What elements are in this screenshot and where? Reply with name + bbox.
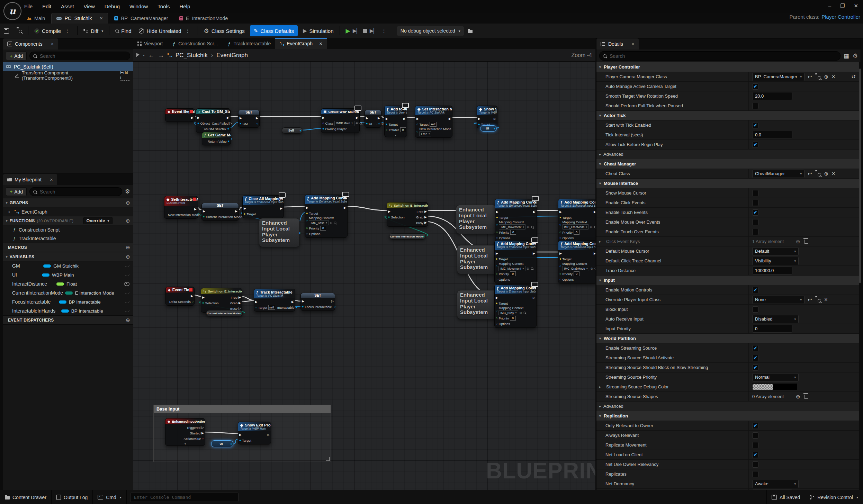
pin-exec[interactable]: ○ [378, 122, 380, 125]
pin-focus-interactable[interactable]: ●Focus Interactable [302, 305, 332, 309]
pin-options[interactable]: ○Options [496, 322, 510, 326]
variable-row-currentinteractionmode[interactable]: CurrentInteractionModeE Interaction Mode [3, 288, 133, 297]
pin-value-box[interactable]: 0 [510, 230, 516, 235]
close-icon[interactable]: ✕ [319, 42, 322, 46]
lens-icon[interactable] [531, 267, 533, 270]
variable-row-interactdistance[interactable]: InteractDistanceFloat [3, 279, 133, 288]
node-switch-interaction-2[interactable]: ⇆Switch on E_InteractionMode▶Free▶●Selec… [201, 288, 242, 313]
browse-icon[interactable] [815, 297, 821, 302]
add-icon[interactable]: ⊕ [824, 171, 829, 176]
override-dropdown[interactable]: Override▾ [83, 217, 113, 224]
eye-open-icon[interactable] [124, 282, 129, 286]
settings-gear-icon[interactable]: ⚙ [853, 52, 858, 60]
details-category-actor-tick[interactable]: ▾Actor Tick [596, 111, 861, 120]
value-textbox[interactable]: 20.0 [752, 92, 792, 100]
pin-options[interactable]: ○Options [559, 278, 574, 281]
breadcrumb-root[interactable]: PC_Stulchik [176, 52, 208, 59]
pin-selection[interactable]: ●Selection [202, 301, 219, 305]
close-icon[interactable]: ✕ [631, 42, 635, 46]
add-icon[interactable]: ⊕ [126, 254, 130, 260]
section-header-variables[interactable]: ▾VARIABLES⊕ [3, 252, 133, 261]
checkbox[interactable] [752, 471, 758, 477]
checkbox[interactable] [752, 219, 758, 225]
pin-mapping-context[interactable]: ○Mapping ContextIMC_Movement▾⊕ [496, 220, 534, 230]
pin-gm[interactable]: ●GM [240, 122, 248, 126]
node-amc-movement-2[interactable]: ƒAdd Mapping ContextTarget is Enhanced I… [494, 240, 537, 284]
components-search-input[interactable] [39, 53, 126, 59]
pin-exec[interactable]: ▷ [267, 433, 270, 436]
asset-pick-icon[interactable]: ⊕ [519, 311, 522, 315]
checkbox[interactable] [752, 442, 758, 448]
pin-exec[interactable]: ▶ [344, 206, 346, 209]
edit-in-cpp-link[interactable]: Edit i [120, 70, 130, 81]
pin-exec[interactable]: ▶ [280, 207, 282, 210]
pin-exec[interactable]: ▶ [496, 296, 498, 299]
class-settings-button[interactable]: ⚙Class Settings [200, 24, 249, 38]
pin-exec[interactable]: ▶ [388, 210, 390, 213]
pin-target[interactable]: ●Target [244, 212, 256, 216]
capsule-ui-capsule-top[interactable]: UI● [480, 125, 497, 132]
pin-exec[interactable]: ▶ [386, 117, 388, 120]
value-dropdown[interactable]: Awake▾ [752, 480, 799, 488]
pin-free[interactable]: Free▶ [231, 296, 241, 299]
expand-icon[interactable]: ▸ [599, 152, 601, 156]
diff-button[interactable]: Diff▾ [80, 24, 107, 38]
node-track-interactable-call[interactable]: ƒTrack InteractableTarget is PC Stulchik… [254, 289, 295, 312]
pin-ui[interactable]: ●UI [366, 122, 372, 126]
menu-window[interactable]: Window [129, 3, 148, 9]
checkbox[interactable]: ✔ [752, 287, 758, 293]
add-icon[interactable]: ⊕ [126, 200, 130, 206]
trash-icon[interactable] [804, 240, 808, 244]
node-header[interactable]: SET [365, 110, 381, 115]
node-event-begin-play[interactable]: ◆Event BeginPlay▶ [165, 108, 195, 122]
pin-priority[interactable]: ○Priority0 [559, 230, 579, 235]
pin-exec[interactable]: ▶ [240, 117, 242, 120]
pin-options[interactable]: ○Options [496, 236, 510, 240]
node-header[interactable]: ƒGet Game Mode [202, 132, 231, 138]
trash-icon[interactable] [804, 395, 808, 399]
pin-cast-failed[interactable]: Cast Failed▷ [212, 122, 232, 125]
node-header[interactable]: SET [202, 203, 239, 208]
reset-to-default-icon[interactable]: ↺ [851, 74, 856, 79]
tab-my-blueprint[interactable]: My Blueprint ✕ [3, 174, 57, 185]
close-button[interactable]: ✕ [854, 3, 858, 9]
pin-value-box[interactable]: self [430, 122, 437, 127]
node-set-ui[interactable]: SET▶▶●UI○ [365, 110, 381, 128]
section-header-functions[interactable]: ▾FUNCTIONS(20 OVERRIDABLE)Override▾⊕ [3, 216, 133, 225]
clear-icon[interactable]: ✕ [831, 74, 835, 79]
eye-closed-icon[interactable] [125, 300, 129, 303]
add-element-icon[interactable]: ⊕ [796, 394, 800, 399]
value-dropdown[interactable]: Disabled▾ [752, 315, 799, 323]
compile-button[interactable]: ✔Compile⋮ [30, 24, 75, 38]
capsule-cim-capsule-1[interactable]: Current Interaction Mode● [389, 233, 426, 240]
node-switch-interaction-1[interactable]: ⇆Switch on E_InteractionMode▶Free▶●Selec… [387, 202, 428, 227]
pin-mapping-context[interactable]: ○Mapping ContextIMC_Movement▾⊕ [496, 262, 534, 271]
pin-target[interactable]: ●Target [559, 216, 572, 219]
asset-tab-main[interactable]: Main [22, 13, 50, 24]
checkbox[interactable] [752, 229, 758, 235]
pin-value-box[interactable]: 0 [320, 226, 326, 231]
pin-exec[interactable]: ▶ [235, 210, 237, 213]
pin-target[interactable]: ●Target [496, 302, 508, 305]
event-graph-canvas[interactable]: BLUEPRINT Base input ◆Event BeginPlay▶»C… [133, 62, 595, 490]
checkbox[interactable] [752, 461, 758, 468]
node-header[interactable]: ▣Create WBP Main Widget [321, 109, 359, 114]
node-amc-base[interactable]: ƒAdd Mapping ContextTarget is Enhanced I… [305, 195, 348, 238]
bookmark-icon[interactable] [136, 53, 140, 57]
details-category-input[interactable]: ▾Input [596, 276, 861, 285]
pin-options[interactable]: ○Options [559, 236, 574, 240]
expand-icon[interactable]: ▸ [599, 385, 601, 389]
pin-exec[interactable]: ▶ [191, 116, 194, 119]
asset-tab-e_interactionmode[interactable]: E_InteractionMode [174, 13, 233, 24]
pin-class[interactable]: ○ClassWBP Main▾⊕ [322, 121, 362, 126]
checkbox[interactable] [752, 103, 758, 109]
class-dropdown[interactable]: None▾ [752, 296, 804, 304]
bookmark-caret-icon[interactable]: ▾ [143, 53, 145, 57]
pin-exec[interactable]: ▷ [331, 300, 334, 303]
expander-icon[interactable]: ▸ [9, 210, 12, 214]
function-item-trackinteractable[interactable]: ƒTrackInteractable [3, 234, 133, 243]
details-category-mouse-interface[interactable]: ▾Mouse Interface [596, 179, 861, 188]
pin-target[interactable]: ●Target [239, 439, 251, 442]
pin-value-box[interactable]: 0 [574, 271, 579, 276]
pin-exec[interactable]: ▶ [594, 252, 595, 255]
